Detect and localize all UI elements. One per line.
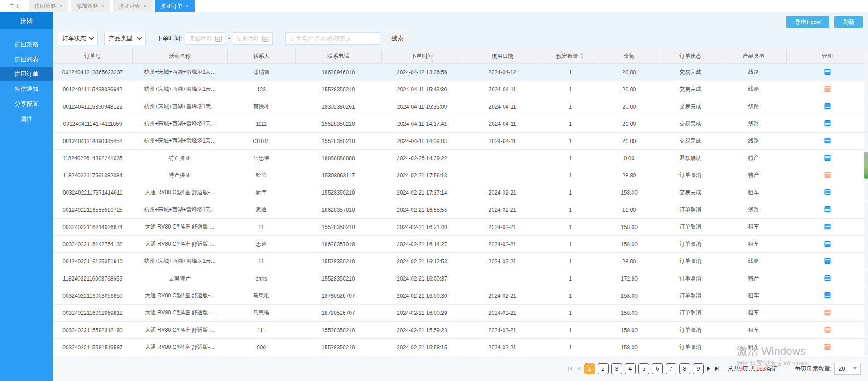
cell-manage — [786, 305, 868, 322]
last-page-icon[interactable] — [713, 363, 721, 374]
sidebar-item-属性[interactable]: 属性 — [0, 112, 53, 126]
order-detail-icon[interactable] — [824, 68, 831, 75]
end-date-input[interactable]: 结束时间 — [233, 32, 273, 45]
cell-activity: 杭州+宋城+西湖+雷峰塔1天... — [132, 253, 227, 270]
cell-use_date: 2024-02-21 — [463, 201, 542, 219]
page-button-5[interactable]: 5 — [638, 363, 649, 374]
cell-amount: 28.00 — [599, 253, 660, 270]
table-row: 00324022115592312190大通 RV80 C型4座 舒适版-...… — [53, 322, 868, 339]
table-row: 00124041114090385452杭州+宋城+西湖+雷峰塔1天...CHR… — [53, 133, 868, 150]
sort-icon[interactable] — [580, 53, 584, 60]
cell-manage — [786, 98, 868, 115]
cell-contact: 马思唯 — [227, 287, 295, 305]
order-detail-icon[interactable] — [824, 223, 831, 230]
tab-主页[interactable]: 主页 — [4, 0, 26, 12]
sidebar-item-短信通知[interactable]: 短信通知 — [0, 82, 53, 96]
order-detail-icon[interactable] — [824, 343, 831, 350]
next-page-icon[interactable] — [705, 363, 713, 374]
tab-close-icon[interactable]: × — [101, 3, 105, 9]
column-header-下单时间: 下单时间 — [381, 49, 463, 64]
order-detail-icon[interactable] — [824, 86, 831, 92]
tab-添加策略[interactable]: 添加策略× — [71, 0, 110, 12]
prev-page-icon[interactable] — [575, 363, 583, 374]
search-input[interactable] — [285, 32, 380, 45]
cell-activity: 杭州+宋城+西湖+雷峰塔1天... — [132, 115, 227, 133]
order-detail-icon[interactable] — [824, 309, 831, 316]
order-detail-icon[interactable] — [824, 292, 831, 299]
cell-order_no: 00124041114090385452 — [53, 133, 132, 150]
refresh-button[interactable]: 刷新 — [834, 16, 863, 28]
order-detail-icon[interactable] — [824, 257, 831, 264]
cell-product_type: 线路 — [721, 133, 786, 150]
tab-拼团列表[interactable]: 拼团列表× — [113, 0, 153, 12]
sidebar-item-拼团列表[interactable]: 拼团列表 — [0, 52, 53, 66]
cell-activity: 大通 RV80 C型4座 舒适版-... — [132, 322, 227, 339]
sidebar-item-分享配置[interactable]: 分享配置 — [0, 97, 53, 111]
tab-label: 拼团策略 — [34, 2, 56, 10]
cell-status: 订单取消 — [660, 219, 721, 236]
cell-order_time: 2024-04-12 13:36:56 — [381, 64, 463, 81]
page-button-8[interactable]: 8 — [679, 363, 690, 374]
order-detail-icon[interactable] — [824, 137, 831, 144]
cell-use_date: 2024-02-21 — [463, 339, 542, 356]
first-page-icon[interactable] — [566, 363, 575, 374]
order-status-select[interactable]: 订单状态 — [58, 32, 98, 45]
column-header-活动名称: 活动名称 — [132, 49, 227, 64]
order-detail-icon[interactable] — [824, 120, 831, 127]
cell-order_time: 2024-02-21 16:00:29 — [381, 305, 463, 322]
tab-close-icon[interactable]: × — [186, 3, 189, 9]
per-page-select[interactable]: 20 — [834, 363, 861, 375]
product-type-select[interactable]: 产品类型 — [104, 32, 146, 45]
page-button-9[interactable]: 9 — [693, 363, 704, 374]
order-detail-icon[interactable] — [824, 189, 831, 195]
column-header-预定数量[interactable]: 预定数量 — [542, 49, 599, 64]
export-excel-button[interactable]: 导出Excel — [786, 16, 829, 28]
page-button-1[interactable]: 1 — [584, 363, 595, 374]
sidebar-item-拼团策略[interactable]: 拼团策略 — [0, 37, 53, 51]
page-button-6[interactable]: 6 — [652, 363, 663, 374]
cell-phone: 18628357010 — [295, 236, 381, 253]
order-detail-icon[interactable] — [824, 154, 831, 161]
cell-amount: 0.00 — [599, 150, 660, 167]
tab-close-icon[interactable]: × — [59, 3, 62, 9]
cell-phone: 18628946010 — [295, 64, 381, 81]
table-row: 00124041114174111859杭州+宋城+西湖+雷峰塔1天...111… — [53, 115, 868, 133]
scrollbar-track[interactable] — [864, 51, 868, 356]
calendar-icon — [215, 36, 222, 42]
page-button-3[interactable]: 3 — [611, 363, 622, 374]
page-button-7[interactable]: 7 — [666, 363, 676, 374]
column-header-管理: 管理 — [786, 49, 868, 64]
cell-order_time: 2024-04-11 15:43:30 — [381, 81, 463, 98]
table-row: 11824022116003768659云南特产chris15528350210… — [53, 270, 868, 287]
cell-amount: 158.00 — [599, 287, 660, 305]
tab-拼团策略[interactable]: 拼团策略× — [29, 0, 68, 12]
page-button-2[interactable]: 2 — [598, 363, 609, 374]
cell-amount: 20.00 — [599, 64, 660, 81]
cell-phone: 18780526707 — [295, 305, 381, 322]
cell-order_no: 00124022116555580725 — [53, 201, 132, 219]
order-detail-icon[interactable] — [824, 206, 831, 213]
order-detail-icon[interactable] — [824, 171, 831, 178]
cell-use_date: 2024-02-21 — [463, 184, 542, 201]
calendar-icon — [262, 36, 269, 42]
cell-status: 订单取消 — [660, 253, 721, 270]
cell-order_time: 2024-02-26 14:39:22 — [381, 150, 463, 167]
order-detail-icon[interactable] — [824, 326, 831, 333]
scrollbar-thumb[interactable] — [864, 152, 868, 179]
sidebar-item-拼团订单[interactable]: 拼团订单 — [0, 67, 53, 81]
tab-label: 拼团列表 — [119, 2, 140, 10]
order-detail-icon[interactable] — [824, 240, 831, 247]
order-detail-icon[interactable] — [824, 275, 831, 281]
order-detail-icon[interactable] — [824, 103, 831, 110]
cell-activity: 大通 RV80 C型4座 舒适版-... — [132, 236, 227, 253]
start-date-input[interactable]: 开始时间 — [186, 32, 225, 45]
cell-product_type: 线路 — [721, 81, 786, 98]
toolbar-buttons: 导出Excel 刷新 — [786, 16, 863, 28]
search-button[interactable]: 搜索 — [385, 32, 410, 45]
page-button-4[interactable]: 4 — [625, 363, 636, 374]
cell-order_time: 2024-02-21 17:37:14 — [381, 184, 463, 201]
page-buttons: 123456789 — [583, 363, 705, 374]
tab-拼团订单[interactable]: 拼团订单× — [155, 0, 195, 12]
tab-close-icon[interactable]: × — [144, 3, 147, 9]
chevron-down-icon — [89, 35, 94, 40]
